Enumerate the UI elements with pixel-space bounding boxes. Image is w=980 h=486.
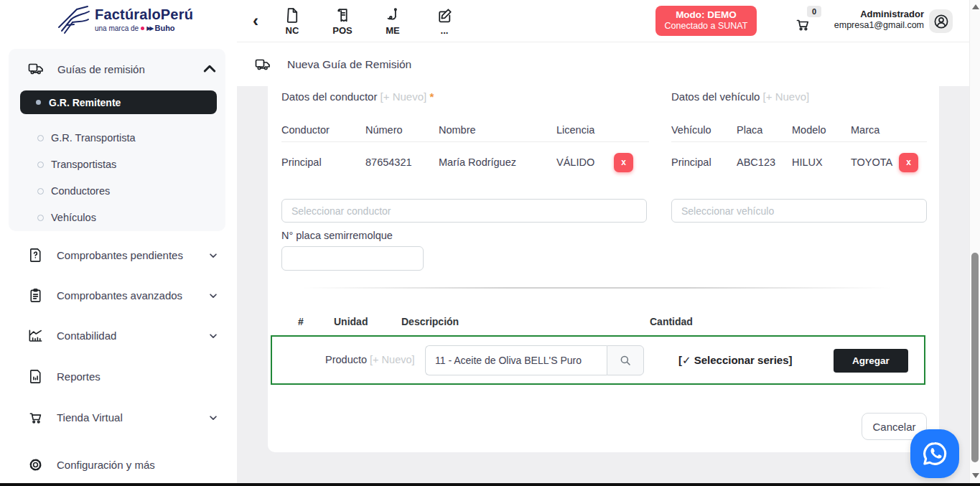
conductor-new-link[interactable]: [+ Nuevo] <box>381 90 427 103</box>
sidebar-collapse-button[interactable]: ‹ <box>246 10 265 32</box>
conductor-table: Conductor Número Nombre Licencia Princip… <box>281 118 649 182</box>
user-email: empresa1@gmail.com <box>811 20 924 30</box>
sidebar-item-conductores[interactable]: Conductores <box>37 185 110 197</box>
tagline-play-icon: ▶▶ <box>146 25 152 32</box>
sidebar-group-guias-header[interactable]: Guías de remisión <box>27 60 218 78</box>
chevron-down-icon <box>208 251 218 261</box>
items-col-unidad: Unidad <box>334 316 368 327</box>
truck-icon <box>254 56 271 73</box>
vehiculo-table-header: Vehículo Placa Modelo Marca <box>671 118 927 142</box>
bullet-ring-icon <box>37 135 44 141</box>
nc-document-icon <box>284 6 302 24</box>
chevron-down-icon <box>208 291 218 301</box>
sidebar-item-comprobantes-avanzados[interactable]: Comprobantes avanzados <box>27 287 218 304</box>
vehiculo-section-heading: Datos del vehículo [+ Nuevo] <box>671 90 809 103</box>
sidebar-group-label: Guías de remisión <box>57 63 201 75</box>
sidebar-item-comprobantes-pendientes[interactable]: Comprobantes pendientes <box>27 247 218 263</box>
product-search-input[interactable] <box>425 345 607 375</box>
mode-title: Modo: DEMO <box>655 9 757 20</box>
sidebar-item-tienda-virtual[interactable]: Tienda Virtual <box>27 409 218 426</box>
sidebar: Guías de remisión G.R. Remitente G.R. Tr… <box>0 42 237 483</box>
quick-action-nc[interactable]: NC <box>272 6 312 36</box>
chart-icon <box>27 327 44 344</box>
product-new-link[interactable]: [+ Nuevo] <box>370 354 414 365</box>
report-icon <box>27 368 44 385</box>
document-question-icon <box>27 247 44 263</box>
quick-action-pos[interactable]: POS <box>322 6 363 36</box>
me-pen-icon <box>384 6 402 24</box>
items-col-cantidad: Cantidad <box>650 316 693 327</box>
semirremolque-label: N° placa semirremolque <box>281 230 393 241</box>
main-area: Nueva Guía de Remisión Datos del conduct… <box>237 42 969 483</box>
form-card: Datos del conductor [+ Nuevo] * Datos de… <box>268 86 939 452</box>
required-asterisk: * <box>429 90 434 103</box>
items-col-descripcion: Descripción <box>401 316 459 327</box>
conductor-table-header: Conductor Número Nombre Licencia <box>281 118 649 142</box>
brand-name: FactúraloPerú <box>95 6 193 23</box>
select-series-link[interactable]: [✓ Seleccionar series] <box>678 354 792 367</box>
gear-icon <box>27 457 44 473</box>
user-info: Administrador empresa1@gmail.com <box>811 9 924 30</box>
cart-icon <box>794 16 811 33</box>
page-title-bar: Nueva Guía de Remisión <box>237 42 969 86</box>
search-icon <box>619 354 632 367</box>
sidebar-item-reportes[interactable]: Reportes <box>27 368 218 385</box>
chevron-up-icon <box>201 60 218 78</box>
user-role: Administrador <box>811 9 924 19</box>
section-divider <box>302 287 892 289</box>
sidebar-item-transportistas[interactable]: Transportistas <box>37 159 116 170</box>
bullet-ring-icon <box>37 188 44 195</box>
brand-logo[interactable]: FactúraloPerú una marca de ▶▶ Buho <box>55 4 193 35</box>
product-search-button[interactable] <box>607 345 644 375</box>
remove-conductor-button[interactable]: x <box>614 153 633 172</box>
cart-icon <box>27 409 44 426</box>
bullet-ring-icon <box>37 215 44 221</box>
vehiculo-new-link[interactable]: [+ Nuevo] <box>763 90 810 103</box>
product-add-row: Producto [+ Nuevo] [✓ Seleccionar series… <box>271 335 925 385</box>
whatsapp-icon <box>919 438 951 469</box>
vehiculo-table-row: Principal ABC123 HILUX TOYOTA x <box>671 142 927 182</box>
top-bar: FactúraloPerú una marca de ▶▶ Buho ‹ NC … <box>0 0 980 42</box>
scrollbar-up-arrow-icon[interactable] <box>972 4 979 9</box>
chevron-down-icon <box>208 413 218 423</box>
brand-tagline: una marca de ▶▶ Buho <box>95 24 193 32</box>
conductor-section-heading: Datos del conductor [+ Nuevo] * <box>281 90 434 103</box>
product-label: Producto [+ Nuevo] <box>325 354 415 365</box>
pos-receipt-icon <box>334 6 352 24</box>
sidebar-item-gr-transportista[interactable]: G.R. Transportista <box>37 132 136 144</box>
product-search-group <box>425 345 644 375</box>
agregar-button[interactable]: Agregar <box>834 349 908 373</box>
sidebar-group-guias: Guías de remisión G.R. Remitente G.R. Tr… <box>9 49 225 231</box>
tagline-dot-icon <box>141 27 144 30</box>
remove-vehiculo-button[interactable]: x <box>899 153 918 172</box>
truck-icon <box>27 60 45 78</box>
mode-subtitle: Conectado a SUNAT <box>655 21 757 31</box>
quick-action-more[interactable]: ... <box>424 6 465 36</box>
person-circle-icon <box>933 13 950 30</box>
user-avatar[interactable] <box>929 9 953 33</box>
demo-mode-badge[interactable]: Modo: DEMO Conectado a SUNAT <box>655 6 757 36</box>
whatsapp-button[interactable] <box>910 429 959 478</box>
conductor-table-row: Principal 87654321 María Rodríguez VÁLID… <box>281 142 649 182</box>
sidebar-item-contabilidad[interactable]: Contabilidad <box>27 327 218 344</box>
window-bottom-edge <box>0 483 980 486</box>
select-vehiculo-input[interactable] <box>671 199 927 223</box>
sidebar-item-gr-remitente[interactable]: G.R. Remitente <box>20 90 217 114</box>
page-title: Nueva Guía de Remisión <box>287 58 411 71</box>
selected-bullet-icon <box>36 100 41 105</box>
chevron-down-icon <box>208 331 218 341</box>
scrollbar-down-arrow-icon[interactable] <box>972 473 979 478</box>
scrollbar-thumb[interactable] <box>971 253 979 462</box>
quick-action-me[interactable]: ME <box>373 6 413 36</box>
bullet-ring-icon <box>37 162 44 168</box>
edit-more-icon <box>436 6 454 24</box>
vertical-scrollbar[interactable] <box>969 0 980 483</box>
hummingbird-logo-icon <box>55 4 92 35</box>
select-conductor-input[interactable] <box>281 199 647 223</box>
items-col-number: # <box>298 316 304 327</box>
semirremolque-input[interactable] <box>281 246 424 271</box>
sidebar-item-vehiculos[interactable]: Vehículos <box>37 212 96 223</box>
brand-text: FactúraloPerú una marca de ▶▶ Buho <box>95 6 193 32</box>
sidebar-item-configuracion[interactable]: Configuración y más <box>27 457 218 473</box>
vehiculo-table: Vehículo Placa Modelo Marca Principal AB… <box>671 118 927 182</box>
